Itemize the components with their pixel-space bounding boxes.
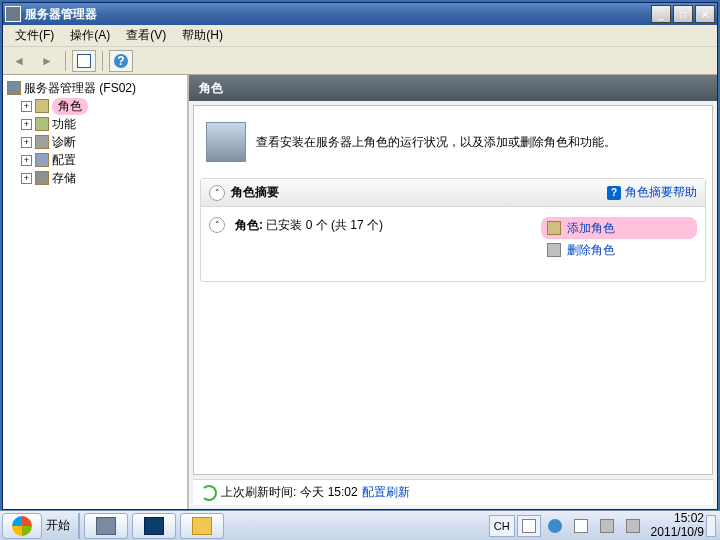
powershell-icon <box>144 517 164 535</box>
expander-icon[interactable]: + <box>21 155 32 166</box>
remove-roles-link[interactable]: 删除角色 <box>547 239 697 261</box>
ime-mode-button[interactable] <box>517 515 541 537</box>
description-row: 查看安装在服务器上角色的运行状况，以及添加或删除角色和功能。 <box>200 112 706 178</box>
properties-icon <box>77 54 91 68</box>
network-icon <box>600 519 614 533</box>
expander-icon[interactable]: + <box>21 137 32 148</box>
summary-title: 角色摘要 <box>231 184 607 201</box>
maximize-button[interactable]: □ <box>673 5 693 23</box>
help-button[interactable]: ? <box>109 50 133 72</box>
status-row: 上次刷新时间: 今天 15:02 配置刷新 <box>193 479 713 505</box>
roles-icon <box>35 99 49 113</box>
features-icon <box>35 117 49 131</box>
sub-collapse-button[interactable]: ˄ <box>209 217 225 233</box>
start-button[interactable] <box>2 513 42 539</box>
menu-help[interactable]: 帮助(H) <box>174 25 231 46</box>
tree-pane[interactable]: 服务器管理器 (FS02) + 角色 + 功能 + 诊断 + 配置 <box>3 75 189 509</box>
menubar: 文件(F) 操作(A) 查看(V) 帮助(H) <box>3 25 717 47</box>
tree-root[interactable]: 服务器管理器 (FS02) <box>5 79 185 97</box>
taskbar[interactable]: 开始 CH 15:02 2011/10/9 <box>0 510 720 540</box>
properties-button[interactable] <box>72 50 96 72</box>
minimize-button[interactable]: _ <box>651 5 671 23</box>
help-link-label: 角色摘要帮助 <box>625 184 697 201</box>
tree-item-config[interactable]: + 配置 <box>5 151 185 169</box>
add-role-icon <box>547 221 561 235</box>
add-roles-link[interactable]: 添加角色 <box>541 217 697 239</box>
roles-summary-panel: ˄ 角色摘要 ? 角色摘要帮助 ˄ 角色: 已安装 0 个 (共 17 个) <box>200 178 706 282</box>
windows-logo-icon <box>12 516 32 536</box>
expander-icon[interactable]: + <box>21 119 32 130</box>
description-text: 查看安装在服务器上角色的运行状况，以及添加或删除角色和功能。 <box>256 134 616 151</box>
last-refresh-value: 今天 15:02 <box>300 484 357 501</box>
close-button[interactable]: ✕ <box>695 5 715 23</box>
taskbar-powershell[interactable] <box>132 513 176 539</box>
content-header: 角色 <box>189 75 717 101</box>
menu-file[interactable]: 文件(F) <box>7 25 62 46</box>
window-title: 服务器管理器 <box>25 6 651 23</box>
ime-mode-icon <box>522 519 536 533</box>
roles-large-icon <box>206 122 246 162</box>
summary-left: ˄ 角色: 已安装 0 个 (共 17 个) <box>209 217 547 261</box>
tree-item-roles[interactable]: + 角色 <box>5 97 185 115</box>
server-manager-icon <box>96 517 116 535</box>
tray-help-button[interactable] <box>543 515 567 537</box>
tree-root-label: 服务器管理器 (FS02) <box>24 80 136 97</box>
clock-time: 15:02 <box>651 512 704 526</box>
explorer-icon <box>192 517 212 535</box>
titlebar[interactable]: 服务器管理器 _ □ ✕ <box>3 3 717 25</box>
tray-volume[interactable] <box>621 515 645 537</box>
last-refresh-label: 上次刷新时间: <box>221 484 296 501</box>
toolbar-separator <box>65 51 66 71</box>
config-icon <box>35 153 49 167</box>
expander-icon[interactable]: + <box>21 101 32 112</box>
roles-status: 角色: 已安装 0 个 (共 17 个) <box>235 217 383 234</box>
volume-icon <box>626 519 640 533</box>
content-pane: 角色 查看安装在服务器上角色的运行状况，以及添加或删除角色和功能。 ˄ 角色摘要… <box>189 75 717 509</box>
tray-network[interactable] <box>595 515 619 537</box>
toolbar-separator-2 <box>102 51 103 71</box>
summary-help-link[interactable]: ? 角色摘要帮助 <box>607 184 697 201</box>
diagnostics-icon <box>35 135 49 149</box>
flag-icon <box>574 519 588 533</box>
ime-indicator[interactable]: CH <box>489 515 515 537</box>
remove-roles-label: 删除角色 <box>567 242 615 259</box>
toolbar: ? <box>3 47 717 75</box>
tree-roles-label: 角色 <box>52 98 88 115</box>
menu-view[interactable]: 查看(V) <box>118 25 174 46</box>
refresh-icon <box>201 485 217 501</box>
roles-status-value: 已安装 0 个 (共 17 个) <box>266 218 383 232</box>
tree-item-features[interactable]: + 功能 <box>5 115 185 133</box>
expander-icon[interactable]: + <box>21 173 32 184</box>
config-refresh-link[interactable]: 配置刷新 <box>362 484 410 501</box>
show-desktop-button[interactable] <box>706 515 716 537</box>
summary-actions: 添加角色 删除角色 <box>547 217 697 261</box>
summary-body: ˄ 角色: 已安装 0 个 (共 17 个) 添加角色 <box>201 207 705 281</box>
add-roles-label: 添加角色 <box>567 220 615 237</box>
menu-action[interactable]: 操作(A) <box>62 25 118 46</box>
tray-help-icon <box>548 519 562 533</box>
tree-config-label: 配置 <box>52 152 76 169</box>
summary-header: ˄ 角色摘要 ? 角色摘要帮助 <box>201 179 705 207</box>
taskbar-separator <box>78 513 80 539</box>
roles-status-label: 角色: <box>235 218 263 232</box>
clock-date: 2011/10/9 <box>651 526 704 540</box>
help-square-icon: ? <box>607 186 621 200</box>
server-icon <box>7 81 21 95</box>
taskbar-explorer[interactable] <box>180 513 224 539</box>
app-icon <box>5 6 21 22</box>
tree-item-storage[interactable]: + 存储 <box>5 169 185 187</box>
taskbar-server-manager[interactable] <box>84 513 128 539</box>
arrow-right-icon <box>41 54 53 68</box>
server-manager-window: 服务器管理器 _ □ ✕ 文件(F) 操作(A) 查看(V) 帮助(H) ? 服… <box>2 2 718 510</box>
help-icon: ? <box>114 54 128 68</box>
tree-item-diagnostics[interactable]: + 诊断 <box>5 133 185 151</box>
collapse-button[interactable]: ˄ <box>209 185 225 201</box>
tray-action-center[interactable] <box>569 515 593 537</box>
tree-features-label: 功能 <box>52 116 76 133</box>
body: 服务器管理器 (FS02) + 角色 + 功能 + 诊断 + 配置 <box>3 75 717 509</box>
nav-forward-button <box>35 50 59 72</box>
tree-storage-label: 存储 <box>52 170 76 187</box>
nav-back-button <box>7 50 31 72</box>
arrow-left-icon <box>13 54 25 68</box>
tray-clock[interactable]: 15:02 2011/10/9 <box>647 512 704 540</box>
